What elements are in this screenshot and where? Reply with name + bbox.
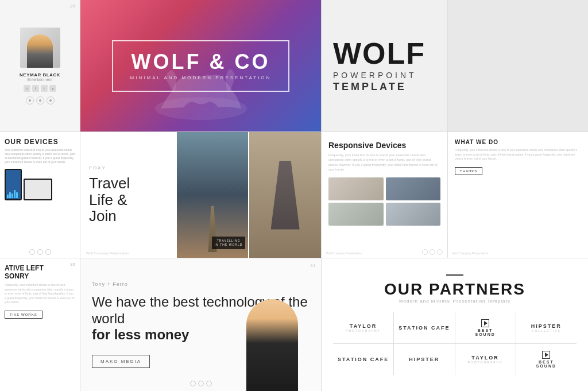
bar-5	[16, 192, 18, 198]
resp-nav-3[interactable]	[437, 249, 443, 255]
empty-gray-cell	[448, 0, 588, 132]
partner-sub-1: PHOTOGRAPHY	[346, 329, 381, 332]
partner-cell-3: BESTSOUND	[455, 312, 516, 343]
avatar-figure	[27, 34, 53, 68]
devices-text: Your initial font choice is one of your …	[5, 148, 75, 164]
person-card-cell: 29 NEYMAR BLACK Entertainment t f i y	[0, 0, 80, 132]
tech-person-figure	[246, 299, 298, 391]
wolf-sub2: TEMPLATE	[333, 81, 407, 93]
twitter-icon[interactable]: t	[24, 85, 30, 92]
partner-cell-5: STATION CAFE	[333, 344, 393, 375]
play-icon-2	[542, 351, 550, 359]
partners-title-line	[446, 274, 463, 276]
bar-3	[11, 193, 13, 198]
partner-cell-8: BESTSOUND	[516, 344, 577, 375]
partner-name-1: TAYLOR	[350, 323, 377, 329]
nav-mid[interactable]	[36, 96, 44, 104]
responsive-title: Responsive Devices	[328, 141, 440, 150]
tablet-mockup	[24, 179, 52, 200]
partner-logo-4: HIPSTER COLLECTIVE	[531, 323, 562, 332]
partner-name-2: STATION CAFE	[399, 325, 450, 331]
tech-cell: 34 Tony + Ferro We have the best technol…	[80, 258, 322, 391]
partner-name-3: BESTSOUND	[475, 328, 495, 336]
church-shape	[271, 161, 300, 230]
resp-img-1	[328, 177, 384, 200]
foxy-church-image	[249, 132, 321, 258]
travel-badge: TRAVELLING IN THE WORLD	[212, 237, 245, 249]
devices-nav	[29, 249, 51, 255]
partner-name-8: BESTSOUND	[536, 360, 556, 368]
foxy-text: FOXY Travel Life & Join	[80, 132, 177, 258]
native-title: ative Leftsonry	[5, 264, 75, 280]
partners-cell: OUR PARTNERS Modern and Minimal Presenta…	[322, 258, 588, 391]
badge-line2: IN THE WORLD	[215, 243, 242, 246]
what-text: Frequently, your initial font choice is …	[455, 148, 581, 161]
partner-logo-2: STATION CAFE	[399, 325, 450, 331]
tech-nav	[190, 381, 212, 386]
partners-grid: TAYLOR PHOTOGRAPHY STATION CAFE BESTSOUN…	[333, 312, 577, 375]
wolf-sub1: POWERPOINT	[333, 71, 417, 80]
partners-subtitle: Modern and Minimal Presentation Template	[333, 299, 577, 304]
partner-logo-8: BESTSOUND	[536, 351, 556, 368]
play-triangle-1	[484, 321, 488, 326]
youtube-icon[interactable]: y	[49, 85, 56, 92]
devices-nav-1[interactable]	[29, 249, 35, 255]
partner-logo-5: STATION CAFE	[338, 357, 389, 362]
tech-author: Tony + Ferro	[92, 281, 310, 287]
tech-nav-1[interactable]	[190, 381, 196, 386]
partner-sub-7: PHOTOGRAPHY	[468, 361, 503, 364]
bar-4	[14, 190, 16, 198]
responsive-images	[328, 177, 440, 226]
devices-nav-3[interactable]	[45, 249, 51, 255]
native-button[interactable]: TIVE WORKS	[5, 311, 42, 319]
partner-cell-4: HIPSTER COLLECTIVE	[516, 312, 577, 343]
bar-2	[9, 192, 11, 198]
resp-nav-2[interactable]	[430, 249, 435, 255]
slide-num-person: 29	[70, 3, 75, 9]
devices-partial-cell: OUR DEVICES Your initial font choice is …	[0, 132, 80, 258]
partner-cell-7: TAYLOR PHOTOGRAPHY	[455, 344, 516, 375]
tech-avatar-area	[235, 299, 310, 391]
facebook-icon[interactable]: f	[32, 85, 39, 92]
foxy-footer: Wolf Company Presentation	[86, 251, 129, 255]
what-footer: Wolf Company Presentation	[452, 251, 488, 255]
main-grid: 29 NEYMAR BLACK Entertainment t f i y WO…	[0, 0, 588, 391]
partner-sub-4: COLLECTIVE	[532, 329, 561, 332]
what-title: WHAT WE DO	[455, 139, 581, 145]
tech-nav-3[interactable]	[206, 381, 212, 386]
foxy-images: TRAVELLING IN THE WORLD	[177, 132, 321, 258]
hero-title-box: WOLF & CO MINIMAL AND MODERN PRESENTATIO…	[112, 40, 290, 92]
resp-nav	[422, 249, 443, 255]
resp-img-2	[386, 177, 441, 200]
thanks-button[interactable]: THANKS	[455, 167, 482, 175]
nav-dots	[26, 96, 55, 104]
tech-slide-num: 34	[310, 263, 315, 268]
native-cell: 36 ative Leftsonry Frequently, your init…	[0, 258, 80, 391]
what-cell: WHAT WE DO Frequently, your initial font…	[448, 132, 588, 258]
resp-nav-1[interactable]	[422, 249, 428, 255]
native-title-text: ative Leftsonry	[5, 264, 44, 280]
play-icon-1	[481, 319, 489, 327]
resp-footer: Wolf Company Presentation	[326, 251, 362, 255]
responsive-cell: Responsive Devices Frequently, your init…	[322, 132, 448, 258]
partner-name-5: STATION CAFE	[338, 357, 389, 362]
foxy-label: FOXY	[89, 165, 168, 171]
native-text: Frequently, your initial font choice is …	[5, 283, 75, 305]
partner-logo-6: HIPSTER	[409, 357, 439, 362]
hero-subtitle: MINIMAL AND MODERN PRESENTATION	[130, 75, 272, 80]
foxy-line3: Join	[89, 207, 117, 224]
partners-title: OUR PARTNERS	[333, 280, 577, 299]
instagram-icon[interactable]: i	[41, 85, 48, 92]
nav-prev[interactable]	[26, 96, 34, 104]
person-name: NEYMAR BLACK	[20, 72, 60, 78]
mako-media-button[interactable]: MAKO MEDIA	[92, 355, 150, 368]
resp-img-4	[386, 203, 441, 226]
bar-1	[7, 195, 9, 198]
partner-name-4: HIPSTER	[531, 323, 562, 329]
tech-nav-2[interactable]	[198, 381, 204, 386]
devices-nav-2[interactable]	[37, 249, 43, 255]
partner-cell-1: TAYLOR PHOTOGRAPHY	[333, 312, 393, 343]
social-icons-row: t f i y	[24, 85, 56, 92]
hero-title: WOLF & CO	[130, 52, 272, 72]
nav-next[interactable]	[47, 96, 55, 104]
